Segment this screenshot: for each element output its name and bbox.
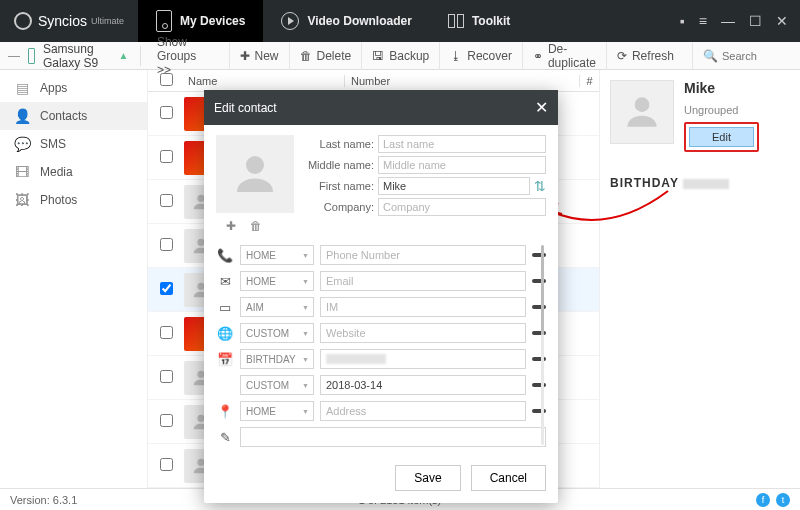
company-input[interactable]	[378, 198, 546, 216]
delete-photo-icon[interactable]: 🗑	[250, 219, 262, 233]
col-number[interactable]: Number	[344, 75, 579, 87]
twitter-icon[interactable]: t	[776, 493, 790, 507]
edit-button[interactable]: Edit	[689, 127, 754, 147]
edit-contact-dialog: Edit contact ✕ ✚ 🗑 Last name: Middle nam…	[204, 90, 558, 503]
sidebar-item-media[interactable]: 🎞Media	[0, 158, 147, 186]
date-type-select[interactable]: CUSTOM	[240, 375, 314, 395]
maximize-icon[interactable]: ☐	[749, 13, 762, 29]
phone-input[interactable]	[320, 245, 526, 265]
refresh-button[interactable]: ⟳Refresh	[606, 42, 684, 70]
email-icon: ✉	[216, 274, 234, 289]
search-input[interactable]	[722, 50, 782, 62]
contact-detail-panel: Mike Ungrouped Edit BIRTHDAY	[600, 70, 800, 488]
email-input[interactable]	[320, 271, 526, 291]
sidebar-item-apps[interactable]: ▤Apps	[0, 74, 147, 102]
minimize-icon[interactable]: —	[721, 13, 735, 29]
address-input[interactable]	[320, 401, 526, 421]
menu-icon[interactable]: ≡	[699, 13, 707, 29]
im-input[interactable]	[320, 297, 526, 317]
sidebar-item-label: Apps	[40, 81, 67, 95]
window-controls: ▪ ≡ — ☐ ✕	[668, 13, 800, 29]
row-checkbox[interactable]	[160, 282, 173, 295]
refresh-icon: ⟳	[617, 49, 627, 63]
sms-icon: 💬	[14, 136, 30, 152]
device-name[interactable]: Samsung Galaxy S9	[43, 42, 110, 70]
recover-button[interactable]: ⭳Recover	[439, 42, 522, 70]
phone-type-select[interactable]: HOME	[240, 245, 314, 265]
im-type-select[interactable]: AIM	[240, 297, 314, 317]
title-bar: Syncios Ultimate My Devices Video Downlo…	[0, 0, 800, 42]
address-type-select[interactable]: HOME	[240, 401, 314, 421]
dedupe-button[interactable]: ⚭De-duplicate	[522, 42, 606, 70]
sidebar-item-sms[interactable]: 💬SMS	[0, 130, 147, 158]
search-box[interactable]: 🔍	[692, 42, 792, 70]
im-icon: ▭	[216, 300, 234, 315]
sidebar: ▤Apps 👤Contacts 💬SMS 🎞Media 🖼Photos	[0, 70, 148, 488]
custom-date-input[interactable]	[320, 375, 526, 395]
note-input[interactable]	[240, 427, 546, 447]
recover-icon: ⭳	[450, 49, 462, 63]
col-name[interactable]: Name	[184, 75, 344, 87]
play-icon	[281, 12, 299, 30]
device-toolbar: — Samsung Galaxy S9 ▲ Show Groups >> ✚Ne…	[0, 42, 800, 70]
device-icon	[28, 48, 35, 64]
new-button[interactable]: ✚New	[229, 42, 289, 70]
website-input[interactable]	[320, 323, 526, 343]
notification-icon[interactable]: ▪	[680, 13, 685, 29]
first-name-input[interactable]	[378, 177, 530, 195]
row-checkbox[interactable]	[160, 194, 173, 207]
middle-name-label: Middle name:	[304, 159, 378, 171]
device-dropdown-icon[interactable]: ▲	[118, 50, 128, 61]
facebook-icon[interactable]: f	[756, 493, 770, 507]
sidebar-item-label: SMS	[40, 137, 66, 151]
row-checkbox[interactable]	[160, 238, 173, 251]
save-button[interactable]: Save	[395, 465, 460, 491]
logo-icon	[14, 12, 32, 30]
row-checkbox[interactable]	[160, 326, 173, 339]
trash-icon: 🗑	[300, 49, 312, 63]
website-type-select[interactable]: CUSTOM	[240, 323, 314, 343]
calendar-icon: 📅	[216, 352, 234, 367]
backup-button[interactable]: 🖫Backup	[361, 42, 439, 70]
sidebar-item-label: Media	[40, 165, 73, 179]
location-icon: 📍	[216, 404, 234, 419]
add-photo-icon[interactable]: ✚	[226, 219, 236, 233]
dialog-title: Edit contact	[214, 101, 277, 115]
row-checkbox[interactable]	[160, 458, 173, 471]
list-header: Name Number #	[148, 70, 599, 92]
backup-icon: 🖫	[372, 49, 384, 63]
collapse-icon[interactable]: —	[8, 49, 20, 63]
date-value-redacted	[326, 354, 386, 364]
row-checkbox[interactable]	[160, 106, 173, 119]
plus-icon: ✚	[240, 49, 250, 63]
last-name-input[interactable]	[378, 135, 546, 153]
delete-button[interactable]: 🗑Delete	[289, 42, 362, 70]
cancel-button[interactable]: Cancel	[471, 465, 546, 491]
date-type-select[interactable]: BIRTHDAY	[240, 349, 314, 369]
action-toolbar: ✚New 🗑Delete 🖫Backup ⭳Recover ⚭De-duplic…	[229, 42, 684, 70]
row-checkbox[interactable]	[160, 150, 173, 163]
birthday-input[interactable]	[320, 349, 526, 369]
sidebar-item-photos[interactable]: 🖼Photos	[0, 186, 147, 214]
nav-video-downloader[interactable]: Video Downloader	[263, 0, 429, 42]
birthday-label: BIRTHDAY	[610, 176, 679, 190]
contact-group: Ungrouped	[684, 104, 759, 116]
email-type-select[interactable]: HOME	[240, 271, 314, 291]
phone-icon	[156, 10, 172, 32]
middle-name-input[interactable]	[378, 156, 546, 174]
edit-avatar[interactable]	[216, 135, 294, 213]
swap-names-icon[interactable]: ⇅	[534, 178, 546, 194]
first-name-label: First name:	[304, 180, 378, 192]
app-logo: Syncios Ultimate	[0, 12, 138, 30]
col-hash[interactable]: #	[579, 75, 599, 87]
close-icon[interactable]: ✕	[776, 13, 788, 29]
sidebar-item-contacts[interactable]: 👤Contacts	[0, 102, 147, 130]
row-checkbox[interactable]	[160, 414, 173, 427]
close-icon[interactable]: ✕	[535, 98, 548, 117]
row-checkbox[interactable]	[160, 370, 173, 383]
toolkit-icon	[448, 14, 464, 28]
nav-label: Video Downloader	[307, 14, 411, 28]
select-all-checkbox[interactable]	[160, 73, 173, 86]
nav-toolkit[interactable]: Toolkit	[430, 0, 528, 42]
scrollbar-thumb[interactable]	[541, 245, 544, 335]
